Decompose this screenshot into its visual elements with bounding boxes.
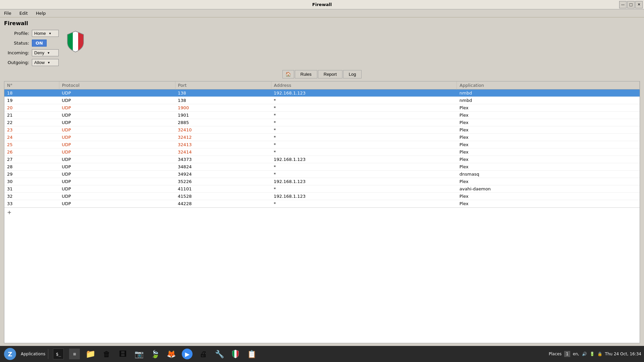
app-title: Firewall: [4, 20, 640, 26]
window-title: Firewall: [312, 2, 332, 7]
table-body: 18UDP138192.168.1.123nmbd19UDP138*nmbd20…: [4, 89, 640, 207]
titlebar: Firewall — □ ✕: [0, 0, 644, 9]
table-row[interactable]: 27UDP34373192.168.1.123Plex: [4, 156, 640, 163]
zorin-menu-button[interactable]: Z: [3, 347, 17, 361]
menu-file[interactable]: File: [1, 10, 14, 16]
table-row[interactable]: 20UDP1900*Plex: [4, 104, 640, 112]
log-button[interactable]: Log: [343, 70, 362, 78]
table-row[interactable]: 25UDP32413*Plex: [4, 141, 640, 148]
menu-help[interactable]: Help: [33, 10, 49, 16]
table-row[interactable]: 30UDP35226192.168.1.123Plex: [4, 178, 640, 185]
profile-dropdown[interactable]: Home: [32, 30, 59, 37]
printer-icon[interactable]: 🖨: [196, 347, 211, 361]
firewall-icon[interactable]: [228, 347, 243, 361]
system-tools-icon[interactable]: 🔧: [212, 347, 227, 361]
menubar: File Edit Help: [0, 9, 644, 17]
table-row[interactable]: 29UDP34924*dnsmasq: [4, 171, 640, 178]
svg-rect-4: [234, 350, 236, 359]
files-icon[interactable]: 📁: [83, 347, 98, 361]
minimize-button[interactable]: —: [619, 1, 627, 8]
table-row[interactable]: 19UDP138*nmbd: [4, 97, 640, 104]
table-row[interactable]: 28UDP34824*Plex: [4, 163, 640, 171]
close-button[interactable]: ✕: [635, 1, 643, 8]
incoming-label: Incoming:: [4, 50, 29, 55]
outgoing-label: Outgoing:: [4, 60, 29, 65]
table-row[interactable]: 32UDP41528192.168.1.123Plex: [4, 193, 640, 200]
status-label: Status:: [4, 41, 29, 46]
firewall-shield-icon: [65, 30, 86, 53]
rules-button[interactable]: Rules: [295, 70, 317, 78]
clock: Thu 24 Oct, 16:34: [605, 352, 641, 356]
firefox-icon[interactable]: 🦊: [164, 347, 178, 361]
svg-rect-1: [73, 31, 78, 53]
table-row[interactable]: 18UDP138192.168.1.123nmbd: [4, 89, 640, 97]
incoming-row: Incoming: Deny: [4, 49, 59, 56]
profile-label: Profile:: [4, 31, 29, 36]
taskbar-right: Places 1 en, 🔊 🔋 🔒 Thu 24 Oct, 16:34: [549, 351, 641, 357]
media-player-icon[interactable]: ▶: [180, 347, 195, 361]
table-row[interactable]: 26UDP32414*Plex: [4, 148, 640, 156]
table-row[interactable]: 33UDP44228*Plex: [4, 200, 640, 207]
archive-icon[interactable]: 🗑: [99, 347, 114, 361]
outgoing-row: Outgoing: Allow: [4, 59, 59, 66]
home-icon: 🏠: [285, 72, 291, 77]
report-button[interactable]: Report: [318, 70, 342, 78]
menu-edit[interactable]: Edit: [17, 10, 31, 16]
zorin-icon: Z: [4, 348, 16, 360]
table-row[interactable]: 21UDP1901*Plex: [4, 112, 640, 119]
status-row: Status: ON: [4, 40, 59, 47]
col-protocol: Protocol: [59, 81, 175, 89]
taskbar-separator-1: [48, 349, 48, 359]
form-fields: Profile: Home Status: ON Incoming: Deny …: [4, 30, 59, 66]
battery-icon: 🔋: [590, 352, 595, 356]
window-controls: — □ ✕: [619, 1, 643, 8]
applications-label[interactable]: Applications: [21, 352, 45, 356]
add-row-button[interactable]: +: [4, 207, 640, 217]
main-window: Firewall Profile: Home Status: ON Incomi…: [0, 17, 644, 346]
places-label[interactable]: Places: [549, 352, 561, 356]
profile-row: Profile: Home: [4, 30, 59, 37]
col-port: Port: [175, 81, 271, 89]
table-row[interactable]: 23UDP32410*Plex: [4, 126, 640, 134]
table-header: N° Protocol Port Address Application: [4, 81, 640, 89]
incoming-dropdown[interactable]: Deny: [32, 49, 59, 56]
rules-table: N° Protocol Port Address Application 18U…: [4, 81, 640, 207]
controls-section: Profile: Home Status: ON Incoming: Deny …: [4, 30, 640, 66]
table-row[interactable]: 22UDP2885*Plex: [4, 119, 640, 126]
keyboard-layout: en,: [573, 352, 579, 356]
col-application: Application: [457, 81, 640, 89]
outgoing-dropdown[interactable]: Allow: [32, 59, 59, 66]
status-value: ON: [32, 40, 47, 47]
col-address: Address: [271, 81, 457, 89]
home-button[interactable]: 🏠: [282, 70, 294, 78]
themes-icon[interactable]: 🍃: [148, 347, 162, 361]
image-viewer-icon[interactable]: 🎞: [115, 347, 130, 361]
table-container: N° Protocol Port Address Application 18U…: [4, 81, 640, 343]
workspace-indicator: 1: [564, 351, 570, 357]
table-row[interactable]: 24UDP32412*Plex: [4, 134, 640, 141]
maximize-button[interactable]: □: [627, 1, 635, 8]
taskbar: Z Applications $_ ⊞ 📁 🗑 🎞 📷 🍃 🦊 ▶ 🖨 🔧: [0, 346, 644, 362]
clipboard-icon[interactable]: 📋: [244, 347, 259, 361]
col-num: N°: [4, 81, 59, 89]
toolbar: 🏠 Rules Report Log: [4, 70, 640, 78]
network-icon: 🔒: [597, 352, 602, 356]
volume-icon[interactable]: 🔊: [582, 352, 587, 356]
camera-icon[interactable]: 📷: [131, 347, 146, 361]
table-row[interactable]: 31UDP41101*avahi-daemon: [4, 185, 640, 193]
system-monitor-icon[interactable]: ⊞: [67, 347, 82, 361]
terminal-icon[interactable]: $_: [51, 347, 66, 361]
